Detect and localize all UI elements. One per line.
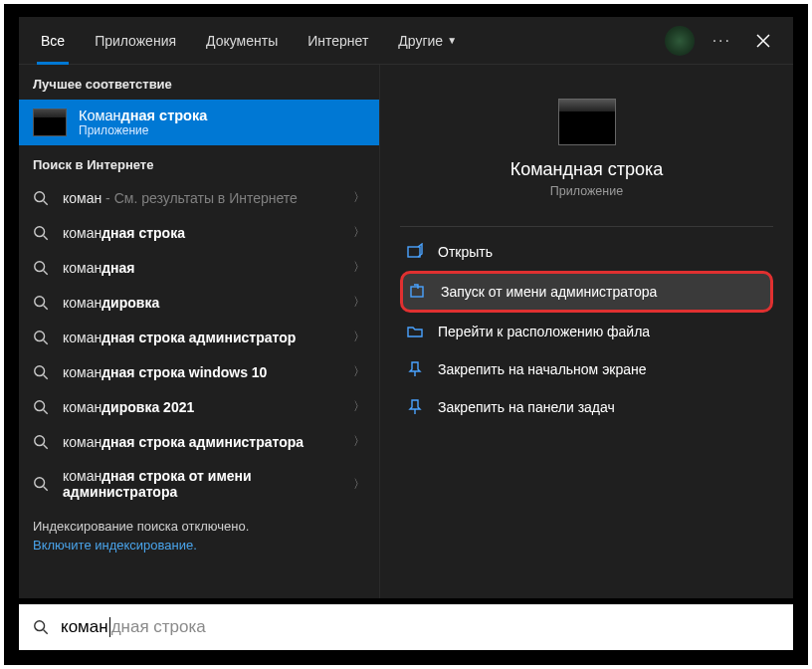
search-icon: [33, 295, 49, 311]
results-column: Лучшее соответствие Командная строка При…: [19, 65, 379, 598]
suggestion-row[interactable]: командная строка〉: [19, 215, 379, 250]
svg-point-6: [35, 400, 45, 410]
tab-other[interactable]: Другие ▼: [384, 17, 471, 65]
preview-app-icon: [558, 99, 616, 145]
tab-other-label: Другие: [398, 33, 443, 49]
preview-title: Командная строка: [510, 159, 664, 180]
suggestion-label: коман - См. результаты в Интернете: [63, 190, 339, 206]
suggestion-label: командная: [63, 260, 339, 276]
chevron-right-icon: 〉: [353, 476, 365, 493]
best-match-title: Командная строка: [79, 108, 207, 123]
svg-rect-10: [411, 287, 423, 297]
window-frame: Все Приложения Документы Интернет Другие…: [4, 4, 808, 665]
action-pin-taskbar[interactable]: Закрепить на панели задач: [400, 388, 773, 426]
action-pin-start-label: Закрепить на начальном экране: [438, 361, 647, 377]
svg-point-2: [35, 261, 45, 271]
highlight-run-admin: Запуск от имени администратора: [400, 271, 773, 313]
search-icon: [33, 399, 49, 415]
suggestion-label: командировка: [63, 295, 339, 311]
search-icon: [33, 330, 49, 345]
suggestion-row[interactable]: командировка〉: [19, 285, 379, 320]
svg-point-11: [35, 621, 45, 631]
suggestion-row[interactable]: командная строка от имени администратора…: [19, 459, 379, 509]
search-icon: [33, 476, 49, 492]
suggestion-label: командная строка администратора: [63, 434, 339, 450]
more-menu[interactable]: ···: [703, 32, 741, 50]
pin-taskbar-icon: [406, 398, 424, 416]
suggestion-label: командная строка от имени администратора: [63, 468, 339, 500]
search-icon: [33, 364, 49, 380]
suggestion-row[interactable]: коман - См. результаты в Интернете〉: [19, 180, 379, 215]
svg-point-8: [35, 478, 45, 488]
section-web-search: Поиск в Интернете: [19, 145, 379, 180]
admin-icon: [409, 283, 427, 301]
tab-all[interactable]: Все: [27, 17, 79, 65]
chevron-right-icon: 〉: [353, 259, 365, 276]
tab-internet[interactable]: Интернет: [294, 17, 382, 65]
open-icon: [406, 243, 424, 261]
tab-apps[interactable]: Приложения: [81, 17, 190, 65]
search-panel: Все Приложения Документы Интернет Другие…: [19, 17, 793, 598]
action-pin-taskbar-label: Закрепить на панели задач: [438, 399, 615, 415]
chevron-right-icon: 〉: [353, 398, 365, 415]
chevron-right-icon: 〉: [353, 189, 365, 206]
search-text: командная строка: [61, 617, 206, 638]
suggestion-row[interactable]: командная〉: [19, 250, 379, 285]
pin-start-icon: [406, 360, 424, 378]
search-icon: [33, 260, 49, 276]
chevron-down-icon: ▼: [447, 35, 457, 46]
suggestions-list: коман - См. результаты в Интернете〉коман…: [19, 180, 379, 509]
section-best-match: Лучшее соответствие: [19, 65, 379, 100]
suggestion-label: командная строка администратор: [63, 330, 339, 345]
svg-rect-9: [408, 247, 420, 257]
action-file-location[interactable]: Перейти к расположению файла: [400, 313, 773, 350]
folder-icon: [406, 323, 424, 340]
svg-point-7: [35, 435, 45, 445]
chevron-right-icon: 〉: [353, 294, 365, 311]
best-match-subtitle: Приложение: [79, 123, 207, 137]
action-open[interactable]: Открыть: [400, 233, 773, 271]
chevron-right-icon: 〉: [353, 224, 365, 241]
suggestion-label: командировка 2021: [63, 399, 339, 415]
tab-documents[interactable]: Документы: [192, 17, 292, 65]
close-button[interactable]: [743, 17, 783, 65]
search-icon: [33, 225, 49, 241]
indexing-link[interactable]: Включите индексирование.: [19, 536, 379, 564]
svg-point-3: [35, 296, 45, 306]
search-icon: [33, 190, 49, 206]
action-run-admin-label: Запуск от имени администратора: [441, 284, 657, 300]
chevron-right-icon: 〉: [353, 363, 365, 380]
search-icon: [33, 619, 49, 635]
svg-point-1: [35, 226, 45, 236]
close-icon: [756, 34, 770, 48]
action-pin-start[interactable]: Закрепить на начальном экране: [400, 350, 773, 388]
svg-point-5: [35, 365, 45, 375]
action-open-label: Открыть: [438, 244, 493, 260]
search-icon: [33, 434, 49, 450]
action-run-admin[interactable]: Запуск от имени администратора: [405, 274, 768, 310]
chevron-right-icon: 〉: [353, 433, 365, 450]
avatar[interactable]: [665, 26, 695, 56]
suggestion-label: командная строка windows 10: [63, 364, 339, 380]
cmd-icon: [33, 109, 67, 136]
preview-subtitle: Приложение: [550, 184, 623, 198]
chevron-right-icon: 〉: [353, 329, 365, 345]
best-match-item[interactable]: Командная строка Приложение: [19, 100, 379, 145]
svg-point-4: [35, 331, 45, 340]
suggestion-row[interactable]: командная строка windows 10〉: [19, 354, 379, 389]
search-input[interactable]: командная строка: [19, 604, 793, 650]
svg-point-0: [35, 191, 45, 201]
indexing-notice: Индексирование поиска отключено.: [19, 509, 379, 536]
action-file-location-label: Перейти к расположению файла: [438, 324, 650, 339]
suggestion-row[interactable]: командная строка администратор〉: [19, 320, 379, 354]
actions-list: Открыть Запуск от имени администратора: [400, 226, 773, 426]
preview-column: Командная строка Приложение Открыть: [379, 65, 793, 598]
suggestion-row[interactable]: командная строка администратора〉: [19, 424, 379, 459]
suggestion-label: командная строка: [63, 225, 339, 241]
suggestion-row[interactable]: командировка 2021〉: [19, 389, 379, 424]
tabs-bar: Все Приложения Документы Интернет Другие…: [19, 17, 793, 65]
